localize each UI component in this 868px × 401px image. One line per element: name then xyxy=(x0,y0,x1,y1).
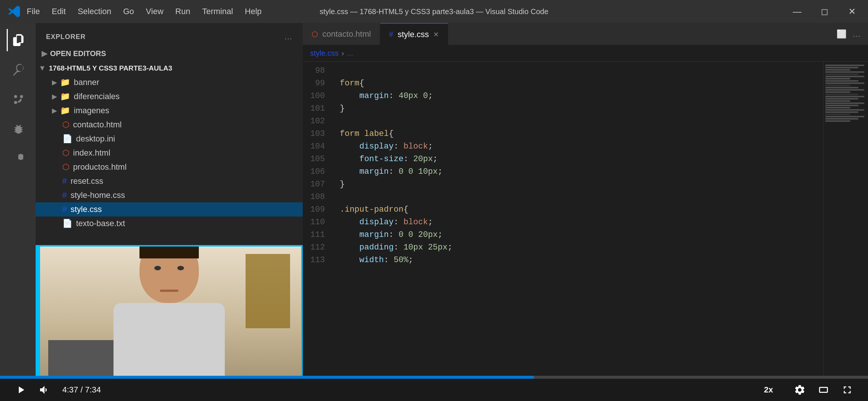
minimize-button[interactable]: — xyxy=(789,5,806,18)
file-style-home-css[interactable]: # style-home.css xyxy=(36,188,303,202)
line-number: 103 xyxy=(303,128,325,140)
folder-label-banner: banner xyxy=(74,78,99,87)
open-editors-section[interactable]: ▶ OPEN EDITORS xyxy=(36,46,303,61)
menu-view[interactable]: View xyxy=(146,7,163,16)
code-line: } xyxy=(340,102,816,115)
menu-bar[interactable]: File Edit Selection Go View Run Terminal… xyxy=(27,7,262,16)
window-controls[interactable]: — ◻ ✕ xyxy=(789,5,861,18)
bookshelf xyxy=(246,254,290,328)
close-button[interactable]: ✕ xyxy=(844,5,861,18)
line-number: 105 xyxy=(303,153,325,166)
minimap-line xyxy=(825,89,864,91)
breadcrumb: style.css › ... xyxy=(303,45,868,62)
more-actions-icon[interactable]: … xyxy=(852,29,861,39)
code-content[interactable]: form{ margin: 40px 0;} form label{ displ… xyxy=(332,62,823,379)
svg-point-1 xyxy=(20,95,23,98)
line-number: 99 xyxy=(303,77,325,90)
activity-debug[interactable] xyxy=(7,118,29,140)
menu-selection[interactable]: Selection xyxy=(78,7,111,16)
code-editor: 9899100101102103104105106107108109110111… xyxy=(303,62,868,379)
line-number: 104 xyxy=(303,140,325,153)
time-separator: / xyxy=(80,385,85,394)
file-desktop-ini[interactable]: 📄 desktop.ini xyxy=(36,132,303,146)
editor-area: ⬡ contacto.html # style.css ✕ ⬜ … style.… xyxy=(303,23,868,379)
progress-bar-container[interactable] xyxy=(0,376,868,379)
open-editors-label: OPEN EDITORS xyxy=(50,49,106,58)
tab-contacto-html[interactable]: ⬡ contacto.html xyxy=(303,23,380,45)
project-folder[interactable]: ▼ 1768-HTML5 Y CSS3 PARTE3-AULA3 xyxy=(36,61,303,75)
line-number: 107 xyxy=(303,178,325,191)
menu-terminal[interactable]: Terminal xyxy=(202,7,233,16)
speed-badge[interactable]: 2x xyxy=(764,385,773,395)
code-line: font-size: 20px; xyxy=(340,153,816,166)
code-line: margin: 0 0 10px; xyxy=(340,166,816,178)
activity-search[interactable] xyxy=(7,59,29,81)
menu-edit[interactable]: Edit xyxy=(52,7,66,16)
person-hair xyxy=(139,245,199,258)
minimap-line xyxy=(825,78,850,79)
webcam-overlay xyxy=(36,245,303,379)
code-line: form label{ xyxy=(340,128,816,140)
sidebar-more-icon[interactable]: … xyxy=(284,32,292,42)
tab-label-contacto: contacto.html xyxy=(322,29,371,39)
code-line xyxy=(340,191,816,203)
file-index-html[interactable]: ⬡ index.html xyxy=(36,146,303,160)
minimap-line xyxy=(825,98,858,100)
line-number: 112 xyxy=(303,241,325,254)
minimap-line xyxy=(825,116,864,117)
line-number: 102 xyxy=(303,115,325,128)
file-contacto-html[interactable]: ⬡ contacto.html xyxy=(36,118,303,132)
volume-button[interactable] xyxy=(39,384,50,396)
tab-html-icon-contacto: ⬡ xyxy=(312,30,318,39)
file-style-css[interactable]: # style.css xyxy=(36,202,303,216)
code-line: margin: 40px 0; xyxy=(340,90,816,102)
time-display: 4:37 / 7:34 xyxy=(62,385,101,395)
file-productos-html[interactable]: ⬡ productos.html xyxy=(36,160,303,174)
activity-source-control[interactable] xyxy=(7,88,29,111)
folder-label-diferenciales: diferenciales xyxy=(74,92,120,101)
theater-mode-button[interactable] xyxy=(818,384,829,396)
line-number: 106 xyxy=(303,166,325,178)
folder-imagenes[interactable]: ▶ 📁 imagenes xyxy=(36,104,303,118)
folder-diferenciales[interactable]: ▶ 📁 diferenciales xyxy=(36,89,303,104)
person-head xyxy=(139,245,199,303)
activity-explorer[interactable] xyxy=(7,29,29,51)
menu-go[interactable]: Go xyxy=(123,7,134,16)
css-icon-reset: # xyxy=(62,176,67,186)
file-reset-css[interactable]: # reset.css xyxy=(36,174,303,188)
menu-file[interactable]: File xyxy=(27,7,40,16)
code-line: display: block; xyxy=(340,216,816,229)
maximize-button[interactable]: ◻ xyxy=(816,5,833,18)
html-icon-productos: ⬡ xyxy=(62,162,69,172)
minimap-line xyxy=(825,107,850,108)
settings-button[interactable] xyxy=(794,384,806,396)
minimap-line xyxy=(825,96,864,97)
mouth xyxy=(160,290,178,292)
fullscreen-button[interactable] xyxy=(841,384,853,396)
menu-help[interactable]: Help xyxy=(245,7,262,16)
file-label-productos: productos.html xyxy=(73,162,126,172)
video-controls: 4:37 / 7:34 2x xyxy=(0,379,868,401)
activity-extensions[interactable] xyxy=(7,148,29,170)
tab-close-style[interactable]: ✕ xyxy=(433,30,439,39)
line-number: 101 xyxy=(303,102,325,115)
sidebar: EXPLORER … ▶ OPEN EDITORS ▼ 1768-HTML5 Y… xyxy=(36,23,303,379)
folder-banner[interactable]: ▶ 📁 banner xyxy=(36,75,303,89)
breadcrumb-path: ... xyxy=(347,49,353,58)
code-line: form{ xyxy=(340,77,816,90)
menu-run[interactable]: Run xyxy=(175,7,190,16)
webcam-bg xyxy=(37,247,301,377)
split-editor-icon[interactable]: ⬜ xyxy=(836,29,846,39)
css-icon-style-home: # xyxy=(62,190,67,200)
file-texto-base-txt[interactable]: 📄 texto-base.txt xyxy=(36,216,303,231)
code-line: width: 50%; xyxy=(340,254,816,267)
eye-left xyxy=(154,266,161,270)
tab-style-css[interactable]: # style.css ✕ xyxy=(380,23,448,45)
css-icon-style: # xyxy=(62,205,67,214)
play-button[interactable] xyxy=(15,384,27,396)
progress-bar-fill xyxy=(0,376,534,379)
line-number: 98 xyxy=(303,65,325,77)
project-arrow: ▼ xyxy=(39,64,46,72)
svg-point-2 xyxy=(14,95,17,98)
minimap-line xyxy=(825,87,858,88)
